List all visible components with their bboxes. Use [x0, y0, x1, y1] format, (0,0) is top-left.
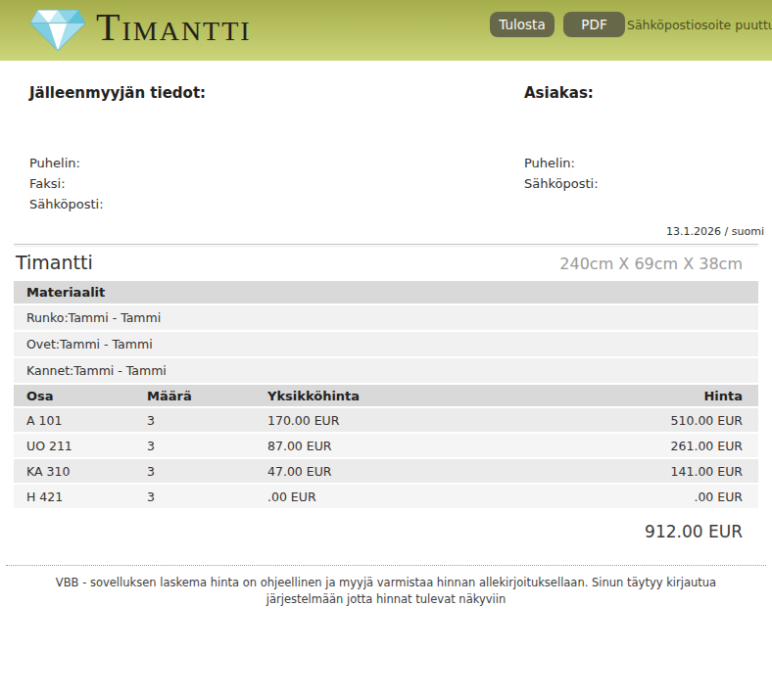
customer-title: Asiakas:	[524, 84, 772, 102]
cell-yksikkohinta: 47.00 EUR	[267, 464, 566, 479]
cell-maara: 3	[147, 464, 267, 479]
dealer-title: Jälleenmyyjän tiedot:	[29, 84, 524, 102]
cell-osa: H 421	[26, 490, 147, 504]
material-row-ovet: Ovet:Tammi - Tammi	[14, 332, 758, 356]
app-header: Timantti Tulosta PDF Sähköpostiosoite pu…	[0, 0, 772, 61]
date-locale: 13.1.2026 / suomi	[0, 225, 772, 238]
dotted-divider	[6, 565, 766, 566]
cell-hinta: 141.00 EUR	[566, 464, 743, 479]
dealer-fax-label: Faksi:	[29, 173, 524, 194]
diamond-logo-icon	[27, 5, 88, 58]
cell-hinta: 261.00 EUR	[566, 439, 743, 453]
table-row: UO 211 3 87.00 EUR 261.00 EUR	[14, 434, 758, 457]
dealer-info: Jälleenmyyjän tiedot: Puhelin: Faksi: Sä…	[29, 84, 524, 217]
material-row-kannet: Kannet:Tammi - Tammi	[14, 358, 758, 383]
col-header-maara: Määrä	[147, 389, 267, 403]
col-header-yksikkohinta: Yksikköhinta	[267, 389, 566, 403]
cell-yksikkohinta: .00 EUR	[267, 490, 566, 504]
materials-table: Materiaalit Runko:Tammi - Tammi Ovet:Tam…	[14, 281, 758, 508]
cell-maara: 3	[147, 490, 267, 504]
divider	[14, 244, 758, 247]
material-row-runko: Runko:Tammi - Tammi	[14, 305, 758, 330]
pdf-button[interactable]: PDF	[563, 12, 625, 37]
table-row: H 421 3 .00 EUR .00 EUR	[14, 485, 758, 508]
info-section: Jälleenmyyjän tiedot: Puhelin: Faksi: Sä…	[0, 61, 772, 217]
cell-hinta: 510.00 EUR	[566, 413, 743, 428]
brand-title: Timantti	[96, 8, 252, 53]
header-actions: Tulosta PDF Sähköpostiosoite puuttuu	[490, 12, 772, 37]
dealer-phone-label: Puhelin:	[29, 153, 524, 173]
total-price: 912.00 EUR	[0, 522, 743, 541]
customer-phone-label: Puhelin:	[524, 153, 772, 173]
print-button[interactable]: Tulosta	[490, 12, 555, 37]
cell-osa: A 101	[26, 413, 147, 428]
dealer-email-label: Sähköposti:	[29, 194, 524, 214]
cell-osa: UO 211	[26, 439, 147, 453]
customer-info: Asiakas: Puhelin: Sähköposti:	[524, 84, 772, 217]
disclaimer-text: VBB - sovelluksen laskema hinta on ohjee…	[37, 575, 735, 608]
cell-maara: 3	[147, 413, 267, 428]
product-dimensions: 240cm X 69cm X 38cm	[559, 255, 743, 273]
table-row: KA 310 3 47.00 EUR 141.00 EUR	[14, 459, 758, 483]
col-header-hinta: Hinta	[566, 389, 743, 403]
table-row: A 101 3 170.00 EUR 510.00 EUR	[14, 408, 758, 432]
cell-yksikkohinta: 170.00 EUR	[267, 413, 566, 428]
product-name: Timantti	[16, 252, 93, 273]
customer-email-label: Sähköposti:	[524, 173, 772, 194]
col-header-osa: Osa	[26, 389, 147, 403]
cell-yksikkohinta: 87.00 EUR	[267, 439, 566, 453]
cell-maara: 3	[147, 439, 267, 453]
cell-osa: KA 310	[26, 464, 147, 479]
parts-header-row: Osa Määrä Yksikköhinta Hinta	[14, 385, 758, 406]
cell-hinta: .00 EUR	[566, 490, 743, 504]
materials-title: Materiaalit	[14, 281, 758, 303]
email-missing-warning: Sähköpostiosoite puuttuu	[627, 18, 772, 32]
product-row: Timantti 240cm X 69cm X 38cm	[16, 252, 756, 273]
